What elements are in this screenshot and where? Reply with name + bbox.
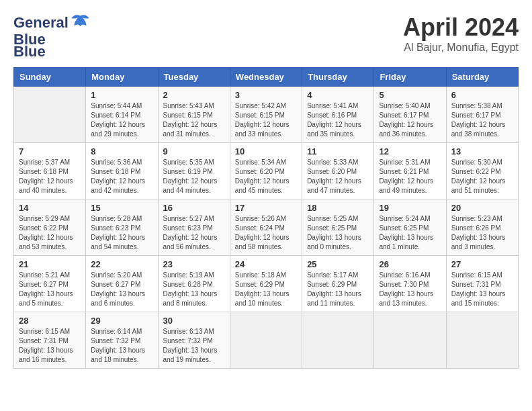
calendar-header-row: SundayMondayTuesdayWednesdayThursdayFrid… — [14, 68, 519, 87]
calendar-table: SundayMondayTuesdayWednesdayThursdayFrid… — [13, 67, 519, 369]
calendar-cell: 22Sunrise: 5:20 AM Sunset: 6:27 PM Dayli… — [86, 256, 158, 312]
page-header: GeneralBlue Blue April 2024 Al Bajur, Mo… — [13, 13, 519, 60]
day-number: 20 — [451, 203, 513, 213]
day-number: 2 — [163, 90, 225, 100]
calendar-cell — [230, 312, 302, 369]
calendar-cell: 9Sunrise: 5:35 AM Sunset: 6:19 PM Daylig… — [158, 143, 230, 199]
weekday-header-thursday: Thursday — [302, 68, 374, 87]
day-info: Sunrise: 5:21 AM Sunset: 6:27 PM Dayligh… — [19, 271, 81, 308]
day-number: 21 — [19, 259, 81, 269]
day-number: 17 — [235, 203, 297, 213]
day-info: Sunrise: 6:15 AM Sunset: 7:31 PM Dayligh… — [451, 271, 513, 308]
day-number: 12 — [379, 146, 441, 156]
day-info: Sunrise: 5:30 AM Sunset: 6:22 PM Dayligh… — [451, 158, 513, 195]
calendar-cell: 19Sunrise: 5:24 AM Sunset: 6:25 PM Dayli… — [374, 199, 446, 256]
calendar-cell: 20Sunrise: 5:23 AM Sunset: 6:26 PM Dayli… — [446, 199, 518, 256]
day-number: 29 — [91, 316, 152, 326]
calendar-cell: 16Sunrise: 5:27 AM Sunset: 6:23 PM Dayli… — [158, 199, 230, 256]
day-info: Sunrise: 5:38 AM Sunset: 6:17 PM Dayligh… — [451, 101, 513, 139]
day-info: Sunrise: 5:25 AM Sunset: 6:25 PM Dayligh… — [307, 214, 369, 252]
day-number: 9 — [163, 146, 225, 156]
calendar-week-row-4: 21Sunrise: 5:21 AM Sunset: 6:27 PM Dayli… — [14, 256, 519, 312]
calendar-cell: 23Sunrise: 5:19 AM Sunset: 6:28 PM Dayli… — [158, 256, 230, 312]
day-info: Sunrise: 5:18 AM Sunset: 6:29 PM Dayligh… — [235, 271, 297, 308]
day-number: 22 — [91, 259, 152, 269]
day-info: Sunrise: 5:19 AM Sunset: 6:28 PM Dayligh… — [163, 271, 225, 308]
calendar-cell: 28Sunrise: 6:15 AM Sunset: 7:31 PM Dayli… — [14, 312, 86, 369]
weekday-header-wednesday: Wednesday — [230, 68, 302, 87]
day-info: Sunrise: 5:17 AM Sunset: 6:29 PM Dayligh… — [307, 271, 369, 308]
weekday-header-sunday: Sunday — [14, 68, 86, 87]
logo: GeneralBlue Blue — [13, 13, 92, 60]
calendar-cell: 17Sunrise: 5:26 AM Sunset: 6:24 PM Dayli… — [230, 199, 302, 256]
day-number: 25 — [307, 259, 369, 269]
weekday-header-tuesday: Tuesday — [158, 68, 230, 87]
calendar-cell: 14Sunrise: 5:29 AM Sunset: 6:22 PM Dayli… — [14, 199, 86, 256]
day-info: Sunrise: 5:29 AM Sunset: 6:22 PM Dayligh… — [19, 214, 81, 252]
day-info: Sunrise: 6:13 AM Sunset: 7:32 PM Dayligh… — [163, 327, 225, 365]
day-number: 14 — [19, 203, 81, 213]
calendar-week-row-3: 14Sunrise: 5:29 AM Sunset: 6:22 PM Dayli… — [14, 199, 519, 256]
day-info: Sunrise: 5:34 AM Sunset: 6:20 PM Dayligh… — [235, 158, 297, 195]
weekday-header-monday: Monday — [86, 68, 158, 87]
day-info: Sunrise: 5:42 AM Sunset: 6:15 PM Dayligh… — [235, 101, 297, 139]
calendar-cell — [446, 312, 518, 369]
calendar-cell — [302, 312, 374, 369]
day-number: 24 — [235, 259, 297, 269]
calendar-week-row-2: 7Sunrise: 5:37 AM Sunset: 6:18 PM Daylig… — [14, 143, 519, 199]
calendar-cell: 11Sunrise: 5:33 AM Sunset: 6:20 PM Dayli… — [302, 143, 374, 199]
calendar-cell: 13Sunrise: 5:30 AM Sunset: 6:22 PM Dayli… — [446, 143, 518, 199]
calendar-cell: 8Sunrise: 5:36 AM Sunset: 6:18 PM Daylig… — [86, 143, 158, 199]
calendar-cell: 27Sunrise: 6:15 AM Sunset: 7:31 PM Dayli… — [446, 256, 518, 312]
day-number: 1 — [91, 90, 152, 100]
day-number: 23 — [163, 259, 225, 269]
day-number: 6 — [451, 90, 513, 100]
day-info: Sunrise: 5:41 AM Sunset: 6:16 PM Dayligh… — [307, 101, 369, 139]
location-subtitle: Al Bajur, Monufia, Egypt — [403, 42, 519, 54]
weekday-header-friday: Friday — [374, 68, 446, 87]
day-info: Sunrise: 5:36 AM Sunset: 6:18 PM Dayligh… — [91, 158, 152, 195]
day-number: 11 — [307, 146, 369, 156]
day-number: 3 — [235, 90, 297, 100]
calendar-cell: 29Sunrise: 6:14 AM Sunset: 7:32 PM Dayli… — [86, 312, 158, 369]
day-info: Sunrise: 5:24 AM Sunset: 6:25 PM Dayligh… — [379, 214, 441, 252]
day-number: 19 — [379, 203, 441, 213]
weekday-header-saturday: Saturday — [446, 68, 518, 87]
day-number: 15 — [91, 203, 152, 213]
day-info: Sunrise: 5:35 AM Sunset: 6:19 PM Dayligh… — [163, 158, 225, 195]
day-info: Sunrise: 5:37 AM Sunset: 6:18 PM Dayligh… — [19, 158, 81, 195]
day-info: Sunrise: 6:16 AM Sunset: 7:30 PM Dayligh… — [379, 271, 441, 308]
calendar-cell: 6Sunrise: 5:38 AM Sunset: 6:17 PM Daylig… — [446, 87, 518, 143]
calendar-cell: 25Sunrise: 5:17 AM Sunset: 6:29 PM Dayli… — [302, 256, 374, 312]
calendar-cell: 24Sunrise: 5:18 AM Sunset: 6:29 PM Dayli… — [230, 256, 302, 312]
calendar-cell: 21Sunrise: 5:21 AM Sunset: 6:27 PM Dayli… — [14, 256, 86, 312]
day-info: Sunrise: 5:28 AM Sunset: 6:23 PM Dayligh… — [91, 214, 152, 252]
day-number: 18 — [307, 203, 369, 213]
day-info: Sunrise: 5:40 AM Sunset: 6:17 PM Dayligh… — [379, 101, 441, 139]
day-number: 16 — [163, 203, 225, 213]
day-number: 30 — [163, 316, 225, 326]
day-info: Sunrise: 5:23 AM Sunset: 6:26 PM Dayligh… — [451, 214, 513, 252]
calendar-cell: 5Sunrise: 5:40 AM Sunset: 6:17 PM Daylig… — [374, 87, 446, 143]
calendar-cell: 10Sunrise: 5:34 AM Sunset: 6:20 PM Dayli… — [230, 143, 302, 199]
month-title: April 2024 — [403, 13, 519, 42]
calendar-cell: 15Sunrise: 5:28 AM Sunset: 6:23 PM Dayli… — [86, 199, 158, 256]
day-number: 28 — [19, 316, 81, 326]
calendar-cell: 4Sunrise: 5:41 AM Sunset: 6:16 PM Daylig… — [302, 87, 374, 143]
day-number: 10 — [235, 146, 297, 156]
day-number: 27 — [451, 259, 513, 269]
calendar-cell: 18Sunrise: 5:25 AM Sunset: 6:25 PM Dayli… — [302, 199, 374, 256]
logo-text: GeneralBlue — [13, 13, 92, 47]
day-info: Sunrise: 6:15 AM Sunset: 7:31 PM Dayligh… — [19, 327, 81, 365]
calendar-cell — [374, 312, 446, 369]
day-number: 7 — [19, 146, 81, 156]
calendar-week-row-1: 1Sunrise: 5:44 AM Sunset: 6:14 PM Daylig… — [14, 87, 519, 143]
day-info: Sunrise: 5:31 AM Sunset: 6:21 PM Dayligh… — [379, 158, 441, 195]
calendar-cell: 30Sunrise: 6:13 AM Sunset: 7:32 PM Dayli… — [158, 312, 230, 369]
title-block: April 2024 Al Bajur, Monufia, Egypt — [403, 13, 519, 54]
day-info: Sunrise: 5:44 AM Sunset: 6:14 PM Dayligh… — [91, 101, 152, 139]
calendar-cell: 1Sunrise: 5:44 AM Sunset: 6:14 PM Daylig… — [86, 87, 158, 143]
day-number: 26 — [379, 259, 441, 269]
day-info: Sunrise: 5:27 AM Sunset: 6:23 PM Dayligh… — [163, 214, 225, 252]
day-info: Sunrise: 5:26 AM Sunset: 6:24 PM Dayligh… — [235, 214, 297, 252]
